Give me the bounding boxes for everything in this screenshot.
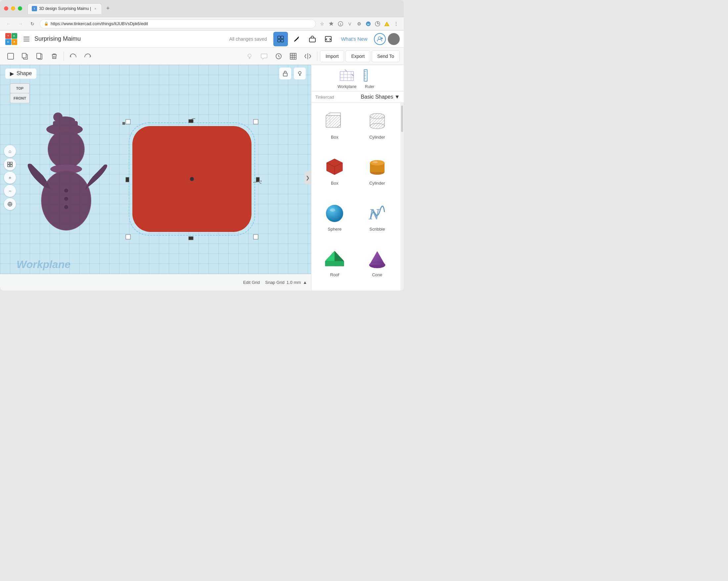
- code-button[interactable]: [321, 32, 336, 46]
- minimize-window-button[interactable]: [11, 6, 15, 10]
- project-name[interactable]: Surprising Maimu: [34, 35, 227, 42]
- hamburger-menu[interactable]: [21, 34, 32, 44]
- svg-line-68: [345, 70, 347, 72]
- svg-point-43: [64, 189, 68, 192]
- view-cube[interactable]: TOP FRONT: [7, 83, 33, 110]
- menu-icon[interactable]: ⋮: [392, 20, 400, 27]
- share-button[interactable]: [305, 32, 320, 46]
- add-user-button[interactable]: [374, 33, 386, 45]
- extension1-icon[interactable]: [328, 20, 335, 27]
- address-bar[interactable]: 🔒 https://www.tinkercad.com/things/itJUB…: [40, 19, 316, 28]
- export-button[interactable]: Export: [345, 50, 370, 62]
- shapes-grid: Box: [311, 103, 400, 290]
- svg-point-21: [248, 54, 251, 57]
- home-view-button[interactable]: ⌂: [4, 145, 16, 157]
- svg-point-81: [370, 124, 385, 129]
- svg-point-86: [370, 160, 385, 165]
- browser-toolbar-icons: ☆ 1 V ⚙ M ! ⋮: [318, 20, 400, 27]
- delete-tool[interactable]: [48, 50, 61, 63]
- lock-shape-button[interactable]: [279, 68, 291, 79]
- whats-new-button[interactable]: What's New: [337, 32, 371, 46]
- ruler-tool-button[interactable]: Ruler: [362, 67, 378, 89]
- scrollbar-thumb[interactable]: [401, 106, 403, 132]
- extension4-icon[interactable]: M: [365, 20, 372, 27]
- mirror-tool[interactable]: [301, 50, 314, 63]
- cylinder-solid-shape[interactable]: Cylinder: [357, 152, 398, 196]
- scribble-shape[interactable]: N Scribble: [357, 197, 398, 242]
- refresh-button[interactable]: ↻: [28, 19, 37, 28]
- category-name: Basic Shapes: [361, 94, 393, 100]
- cylinder-solid-icon: [365, 156, 389, 179]
- sphere-icon: [323, 202, 346, 225]
- grid-view-button[interactable]: [273, 32, 288, 46]
- maximize-window-button[interactable]: [18, 6, 22, 10]
- extension3-icon[interactable]: V: [346, 20, 354, 27]
- svg-rect-18: [22, 53, 26, 58]
- category-select[interactable]: Basic Shapes ▼: [361, 94, 400, 100]
- redo-tool[interactable]: [81, 50, 94, 63]
- svg-rect-55: [126, 235, 130, 239]
- edit-button[interactable]: [289, 32, 304, 46]
- forward-button[interactable]: →: [16, 19, 25, 28]
- svg-text:M: M: [367, 23, 370, 26]
- cylinder-wire-shape[interactable]: Cylinder: [357, 106, 398, 150]
- right-panel: Workplane: [311, 65, 404, 290]
- svg-point-30: [298, 72, 301, 74]
- panel-scrollbar[interactable]: [400, 103, 404, 290]
- extension5-icon[interactable]: [374, 20, 381, 27]
- box-solid-icon: [323, 156, 346, 179]
- cube-front-face[interactable]: FRONT: [10, 93, 30, 103]
- snap-grid-label: Snap Grid: [265, 280, 285, 285]
- zoom-out-button[interactable]: −: [4, 185, 16, 197]
- active-tab[interactable]: T 3D design Surprising Maimu | ×: [27, 3, 102, 14]
- svg-rect-24: [290, 53, 296, 59]
- svg-rect-62: [340, 71, 354, 80]
- workplane-tool-button[interactable]: Workplane: [338, 67, 356, 89]
- url-text: https://www.tinkercad.com/things/itJUBVs…: [51, 21, 148, 26]
- cylinder-wire-label: Cylinder: [369, 135, 385, 140]
- zoom-in-button[interactable]: +: [4, 172, 16, 184]
- bookmark-icon[interactable]: ☆: [318, 20, 326, 27]
- dropdown-arrow-icon: ▼: [394, 94, 400, 100]
- viewport[interactable]: ▶ Shape TOP FRONT: [0, 65, 311, 290]
- close-window-button[interactable]: [4, 6, 8, 10]
- paste-tool[interactable]: [33, 50, 46, 63]
- warning-icon[interactable]: !: [383, 20, 390, 27]
- settings-icon[interactable]: ⚙: [356, 20, 363, 27]
- light-shape-button[interactable]: [294, 68, 306, 79]
- extension2-icon[interactable]: 1: [337, 20, 344, 27]
- snowman-shape[interactable]: [25, 111, 111, 263]
- roof-label: Roof: [330, 272, 339, 277]
- panel-collapse-button[interactable]: ❯: [305, 171, 311, 184]
- import-button[interactable]: Import: [320, 50, 344, 62]
- back-button[interactable]: ←: [4, 19, 13, 28]
- user-avatar[interactable]: [388, 33, 400, 45]
- undo-tool[interactable]: [67, 50, 80, 63]
- cone-shape[interactable]: Cone: [357, 243, 398, 288]
- fit-view-button[interactable]: [4, 158, 16, 170]
- box-wire-shape[interactable]: Box: [314, 106, 356, 150]
- nav-controls: ⌂ + −: [4, 145, 16, 210]
- hamburger-icon: [24, 37, 29, 42]
- snap-grid-arrow[interactable]: ▲: [303, 280, 307, 285]
- snap-grid-value: 1.0 mm: [287, 280, 301, 285]
- workplane-tool[interactable]: [4, 50, 17, 63]
- light-tool[interactable]: [243, 50, 256, 63]
- sphere-label: Sphere: [328, 227, 341, 232]
- tab-close-button[interactable]: ×: [93, 6, 98, 11]
- edit-grid-button[interactable]: Edit Grid: [243, 280, 260, 285]
- browser-titlebar: T 3D design Surprising Maimu | × +: [0, 0, 404, 17]
- send-to-button[interactable]: Send To: [372, 50, 400, 62]
- roof-shape[interactable]: Roof: [314, 243, 356, 288]
- sphere-shape[interactable]: Sphere: [314, 197, 356, 242]
- comment-tool[interactable]: [257, 50, 271, 63]
- new-tab-button[interactable]: +: [103, 4, 112, 13]
- box-solid-shape[interactable]: Box: [314, 152, 356, 196]
- svg-rect-12: [281, 39, 284, 42]
- orbit-button[interactable]: [4, 198, 16, 210]
- selected-box-shape[interactable]: ↺: [123, 116, 252, 245]
- copy-tool[interactable]: [19, 50, 32, 63]
- measure-tool[interactable]: [272, 50, 285, 63]
- cube-top-face[interactable]: TOP: [10, 83, 30, 93]
- grid-tool[interactable]: [287, 50, 300, 63]
